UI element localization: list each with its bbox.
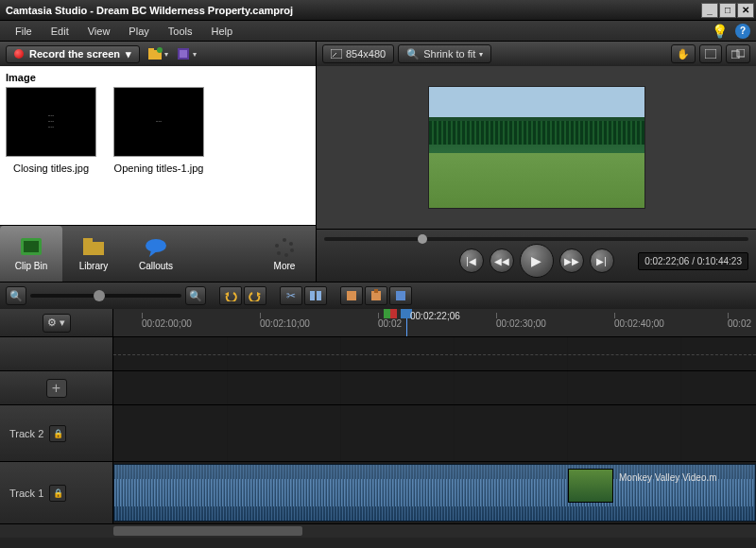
close-button[interactable]: ✕ <box>737 3 754 18</box>
tab-more[interactable]: More <box>253 226 316 282</box>
scissors-icon: ✂ <box>286 289 296 302</box>
menu-edit[interactable]: Edit <box>42 23 78 40</box>
menu-view[interactable]: View <box>78 23 120 40</box>
rewind-button[interactable]: ◀◀ <box>490 248 514 273</box>
timeline-toolbar: 🔍 🔍 ✂ <box>0 283 756 309</box>
track-2-row: Track 2 🔒 <box>0 405 756 462</box>
preview-panel: 854x480 🔍 Shrink to fit ▾ ✋ |◀ ◀◀ ▶ ▶▶ <box>317 42 756 282</box>
svg-point-9 <box>146 239 166 252</box>
playhead-label: 00:02:22;06 <box>410 311 460 321</box>
record-icon <box>14 49 24 59</box>
svg-point-12 <box>289 242 293 246</box>
left-panel: Record the screen ▾ ▾ ▾ Image ··········… <box>0 42 317 282</box>
marker-button[interactable] <box>389 286 412 305</box>
help-icon[interactable]: ? <box>735 24 750 39</box>
callouts-icon <box>144 236 168 257</box>
preview-canvas[interactable] <box>317 66 756 229</box>
record-toolbar: Record the screen ▾ ▾ ▾ <box>0 42 316 66</box>
track-2-lock[interactable]: 🔒 <box>49 425 66 442</box>
clip-thumbnail <box>568 469 613 503</box>
preview-scrubber[interactable] <box>324 233 748 244</box>
prev-clip-button[interactable]: |◀ <box>459 248 484 273</box>
track-2-lane[interactable] <box>113 405 756 461</box>
add-track-lane[interactable] <box>113 371 756 404</box>
timeline-ruler[interactable]: 00:02:00;00 00:02:10;00 00:02 00:02:30;0… <box>113 309 756 336</box>
preview-toolbar: 854x480 🔍 Shrink to fit ▾ ✋ <box>317 42 756 66</box>
left-tab-bar: Clip Bin Library Callouts More <box>0 225 316 282</box>
preview-size-button[interactable]: 854x480 <box>322 44 394 63</box>
add-track-row: + <box>0 371 756 405</box>
playback-bar: |◀ ◀◀ ▶ ▶▶ ▶| 0:02:22;06 / 0:10:44:23 <box>317 229 756 282</box>
svg-point-15 <box>277 251 281 255</box>
play-button[interactable]: ▶ <box>520 244 554 278</box>
zoom-in-button[interactable]: 🔍 <box>185 286 206 305</box>
hand-icon: ✋ <box>677 48 690 60</box>
timeline-scrollbar[interactable] <box>0 524 756 538</box>
menu-tools[interactable]: Tools <box>159 23 202 40</box>
clip-bin-icon <box>19 236 43 257</box>
undo-button[interactable] <box>219 286 242 305</box>
ruler-mark: 00:02:00;00 <box>142 318 192 329</box>
fullscreen-button[interactable] <box>699 44 722 63</box>
ruler-mark: 00:02:40;00 <box>614 318 664 329</box>
clip-thumb-1[interactable]: ····· Opening titles-1.jpg <box>113 87 204 174</box>
timeline-panel: 🔍 🔍 ✂ ⚙ ▾ 00:02:00;00 00:02:10;00 <box>0 282 756 548</box>
maximize-button[interactable]: □ <box>719 3 736 18</box>
marker-paste-button[interactable] <box>365 286 387 305</box>
svg-rect-18 <box>705 49 716 59</box>
more-icon <box>272 236 297 257</box>
clip-label-0: Closing titles.jpg <box>13 163 89 174</box>
next-clip-button[interactable]: ▶| <box>590 248 614 273</box>
zoom-slider[interactable] <box>30 294 181 298</box>
svg-rect-6 <box>24 241 39 252</box>
zoom-out-button[interactable]: 🔍 <box>6 286 26 305</box>
menu-bar: File Edit View Play Tools Help 💡 ? <box>0 21 756 42</box>
playhead[interactable] <box>406 309 407 336</box>
menu-help[interactable]: Help <box>201 23 242 40</box>
detach-button[interactable] <box>726 44 750 63</box>
track-1-lane[interactable]: Monkey Valley Video.m <box>113 462 756 523</box>
marker-copy-button[interactable] <box>340 286 363 305</box>
svg-rect-25 <box>347 291 356 300</box>
minimize-button[interactable]: _ <box>701 3 718 18</box>
marker-track <box>0 337 756 371</box>
svg-marker-10 <box>149 250 157 257</box>
marker-lane[interactable] <box>113 337 756 370</box>
window-titlebar: Camtasia Studio - Dream BC Wilderness Pr… <box>0 0 756 21</box>
record-label: Record the screen <box>29 48 120 60</box>
timeline-settings-button[interactable]: ⚙ ▾ <box>43 314 71 333</box>
timeline-clip[interactable]: Monkey Valley Video.m <box>113 464 756 522</box>
tips-icon[interactable]: 💡 <box>712 24 728 39</box>
menu-file[interactable]: File <box>6 23 42 40</box>
menu-play[interactable]: Play <box>119 23 158 40</box>
split-button[interactable] <box>304 286 327 305</box>
svg-rect-23 <box>310 291 315 300</box>
track-1-lock[interactable]: 🔒 <box>49 485 66 502</box>
svg-point-13 <box>290 248 294 252</box>
cut-button[interactable]: ✂ <box>280 286 302 305</box>
clip-thumb-0[interactable]: ··············· Closing titles.jpg <box>6 87 96 174</box>
preview-zoom-button[interactable]: 🔍 Shrink to fit ▾ <box>398 44 491 63</box>
svg-point-2 <box>157 47 163 53</box>
record-screen-button[interactable]: Record the screen ▾ <box>6 45 140 63</box>
svg-point-14 <box>284 253 288 257</box>
redo-button[interactable] <box>244 286 266 305</box>
clip-name: Monkey Valley Video.m <box>619 472 717 483</box>
forward-button[interactable]: ▶▶ <box>559 248 584 273</box>
tab-library[interactable]: Library <box>62 226 125 282</box>
import-media-2-icon[interactable] <box>176 45 193 62</box>
tab-callouts[interactable]: Callouts <box>125 226 187 282</box>
timeline-ruler-row: ⚙ ▾ 00:02:00;00 00:02:10;00 00:02 00:02:… <box>0 309 756 337</box>
pan-button[interactable]: ✋ <box>671 44 696 63</box>
svg-rect-1 <box>148 48 154 52</box>
tab-clip-bin[interactable]: Clip Bin <box>0 226 62 282</box>
import-media-icon[interactable] <box>147 45 164 62</box>
svg-rect-20 <box>737 49 745 57</box>
add-track-button[interactable]: + <box>46 379 67 398</box>
svg-point-16 <box>275 244 279 248</box>
svg-rect-8 <box>83 238 93 244</box>
svg-rect-28 <box>396 291 405 300</box>
ruler-mark: 00:02 <box>378 318 402 329</box>
svg-rect-17 <box>331 49 342 59</box>
ruler-mark: 00:02:10;00 <box>260 318 310 329</box>
